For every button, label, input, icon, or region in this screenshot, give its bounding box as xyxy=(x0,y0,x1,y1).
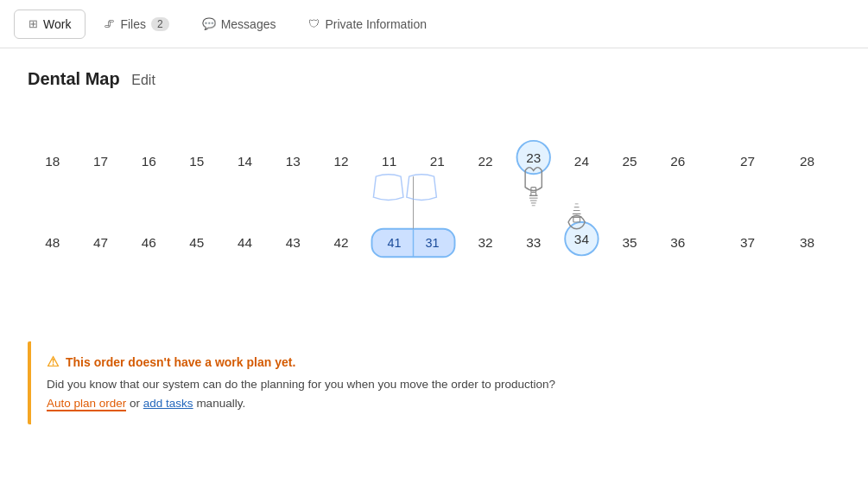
warning-title-text: This order doesn't have a work plan yet. xyxy=(66,355,295,369)
svg-text:46: 46 xyxy=(142,235,156,250)
dental-svg: 18 17 16 15 14 13 12 11 21 22 23 24 25 2… xyxy=(28,110,840,335)
svg-text:11: 11 xyxy=(382,154,396,169)
dental-map-section: 18 17 16 15 14 13 12 11 21 22 23 24 25 2… xyxy=(28,110,840,424)
tab-files[interactable]: 🖇 Files 2 xyxy=(89,10,183,39)
svg-rect-49 xyxy=(573,217,580,222)
tab-bar: ⊞ Work 🖇 Files 2 💬 Messages 🛡 Private In… xyxy=(0,0,868,48)
svg-text:21: 21 xyxy=(430,154,445,169)
warning-connector: or xyxy=(126,397,143,410)
files-badge: 2 xyxy=(151,17,169,31)
svg-text:47: 47 xyxy=(93,235,108,250)
chat-icon: 💬 xyxy=(202,17,216,30)
svg-text:18: 18 xyxy=(45,154,60,169)
svg-text:45: 45 xyxy=(189,235,204,250)
svg-text:33: 33 xyxy=(526,235,541,250)
warning-box: ⚠ This order doesn't have a work plan ye… xyxy=(28,341,840,424)
warning-suffix: manually. xyxy=(193,397,246,410)
svg-text:41: 41 xyxy=(387,236,401,250)
svg-text:28: 28 xyxy=(800,154,814,169)
page-title: Dental Map Edit xyxy=(28,69,840,89)
tab-messages-label: Messages xyxy=(221,17,276,31)
grid-icon: ⊞ xyxy=(29,17,38,30)
warning-title: ⚠ This order doesn't have a work plan ye… xyxy=(47,354,825,370)
svg-text:32: 32 xyxy=(478,235,492,250)
shield-icon: 🛡 xyxy=(308,17,320,30)
svg-text:14: 14 xyxy=(238,154,253,169)
tab-private-info-label: Private Information xyxy=(325,17,427,31)
svg-text:22: 22 xyxy=(478,154,492,169)
svg-rect-36 xyxy=(531,188,536,193)
svg-text:44: 44 xyxy=(238,235,253,250)
svg-text:27: 27 xyxy=(740,154,755,169)
svg-text:17: 17 xyxy=(93,154,108,169)
warning-body: Did you know that our system can do the … xyxy=(47,375,825,412)
svg-text:13: 13 xyxy=(286,154,301,169)
svg-text:16: 16 xyxy=(142,154,156,169)
tab-private-info[interactable]: 🛡 Private Information xyxy=(294,10,441,39)
add-tasks-link[interactable]: add tasks xyxy=(143,397,193,410)
svg-text:38: 38 xyxy=(800,235,814,250)
svg-text:24: 24 xyxy=(574,154,590,169)
edit-link[interactable]: Edit xyxy=(131,73,155,87)
svg-text:15: 15 xyxy=(189,154,204,169)
svg-text:48: 48 xyxy=(45,235,60,250)
svg-text:31: 31 xyxy=(426,236,440,250)
svg-text:36: 36 xyxy=(670,235,685,250)
paperclip-icon: 🖇 xyxy=(104,17,115,30)
svg-text:43: 43 xyxy=(286,235,301,250)
svg-text:12: 12 xyxy=(333,154,348,169)
auto-plan-link[interactable]: Auto plan order xyxy=(47,397,126,411)
tab-work[interactable]: ⊞ Work xyxy=(14,10,86,39)
tab-work-label: Work xyxy=(43,17,71,31)
dental-map-title: Dental Map xyxy=(28,69,120,88)
warning-icon: ⚠ xyxy=(47,354,59,370)
tab-files-label: Files xyxy=(120,17,146,31)
main-content: Dental Map Edit 18 17 16 15 14 13 12 11 … xyxy=(0,48,868,445)
svg-text:35: 35 xyxy=(623,235,637,250)
svg-text:37: 37 xyxy=(740,235,755,250)
svg-text:23: 23 xyxy=(526,150,541,165)
svg-text:25: 25 xyxy=(623,154,637,169)
tab-messages[interactable]: 💬 Messages xyxy=(187,10,291,39)
svg-text:34: 34 xyxy=(574,232,590,246)
warning-body-text: Did you know that our system can do the … xyxy=(47,378,555,391)
svg-text:42: 42 xyxy=(333,235,348,250)
svg-text:26: 26 xyxy=(670,154,685,169)
